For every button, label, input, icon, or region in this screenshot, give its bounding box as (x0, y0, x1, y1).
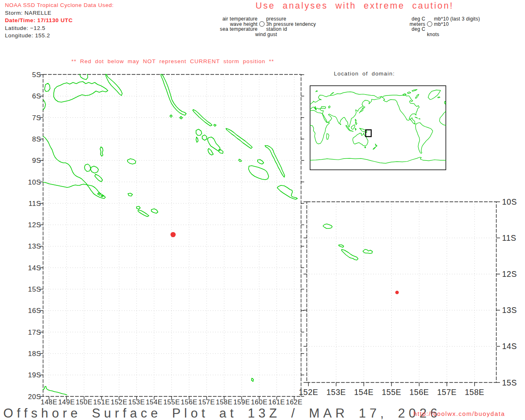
svg-text:156E: 156E (409, 388, 429, 397)
svg-text:19S: 19S (28, 371, 41, 379)
svg-text:15S: 15S (502, 378, 517, 387)
svg-text:148E: 148E (41, 398, 57, 406)
svg-text:155E: 155E (163, 398, 180, 406)
svg-text:155E: 155E (382, 388, 402, 397)
storm-datetime-line: Date/Time: 17/1130 UTC (5, 17, 114, 25)
storm-latitude-line: Latitude: −12.5 (5, 25, 114, 32)
svg-text:11S: 11S (502, 233, 516, 242)
data-source-line: NOAA SSD Tropical Cyclone Data Used: (5, 2, 114, 9)
svg-text:157E: 157E (199, 398, 215, 406)
svg-text:162E: 162E (286, 398, 303, 406)
coastlines (323, 224, 372, 260)
storm-position-dot-main (171, 232, 176, 237)
legend-spacer (259, 16, 265, 22)
svg-text:153E: 153E (128, 398, 145, 406)
axis-labels: 152E153E154E155E156E157E158E10S11S12S13S… (299, 197, 517, 397)
tick-marks (40, 75, 304, 400)
svg-text:18S: 18S (28, 350, 41, 358)
offshore-surface-plot-page: NOAA SSD Tropical Cyclone Data Used: Sto… (0, 0, 525, 420)
svg-text:159E: 159E (233, 398, 250, 406)
unit-knots: knots (421, 32, 445, 37)
svg-text:158E: 158E (216, 398, 233, 406)
world-location-inset (307, 83, 450, 173)
svg-text:13S: 13S (28, 242, 41, 250)
zoom-map-frame (307, 202, 496, 383)
legend-spacer (427, 16, 432, 22)
unit-deg-c-sea: deg C (405, 27, 425, 32)
svg-text:6S: 6S (32, 92, 41, 100)
svg-text:158E: 158E (465, 388, 484, 397)
svg-text:14S: 14S (502, 342, 517, 351)
svg-text:152E: 152E (111, 398, 128, 406)
svg-text:16S: 16S (28, 307, 41, 315)
svg-text:154E: 154E (146, 398, 162, 406)
main-map-canvas: 148E149E150E151E152E153E154E155E156E157E… (23, 68, 306, 408)
unit-pressure: mb*10 (last 3 digits) (434, 16, 480, 22)
svg-text:11S: 11S (29, 200, 41, 208)
units-legend: deg C mb*10 (last 3 digits) meters mb*10… (405, 16, 480, 37)
storm-longitude-line: Longitude: 155.2 (5, 32, 114, 40)
svg-text:10S: 10S (28, 178, 41, 186)
world-map-frame (310, 86, 446, 170)
svg-text:12S: 12S (502, 269, 517, 278)
svg-text:161E: 161E (268, 398, 285, 406)
station-circle-icon (427, 21, 432, 27)
storm-name-line: Storm: NARELLE (5, 9, 114, 17)
svg-text:151E: 151E (93, 398, 110, 406)
legend-spacer (427, 27, 432, 32)
inset-title: Location of domain: (334, 71, 395, 77)
axis-labels: 148E149E150E151E152E153E154E155E156E157E… (28, 71, 302, 406)
svg-text:154E: 154E (354, 388, 374, 397)
svg-text:153E: 153E (326, 388, 346, 397)
legend-row: wind gust (212, 32, 316, 37)
svg-text:160E: 160E (251, 398, 268, 406)
world-coastlines (310, 89, 446, 163)
station-model-legend: air temperature pressure wave height 3h … (212, 16, 316, 37)
svg-text:7S: 7S (32, 114, 41, 122)
svg-text:17S: 17S (28, 329, 41, 336)
legend-row: sea temperature station id (212, 27, 316, 32)
legend-row: air temperature pressure (212, 16, 316, 22)
svg-text:13S: 13S (502, 306, 517, 315)
plot-title: Offshore Surface Plot at 13Z / MAR 17, 2… (3, 406, 441, 420)
svg-text:9S: 9S (32, 157, 41, 164)
caution-banner: Use analyses with extreme caution! (256, 1, 454, 11)
legend-air-temperature: air temperature (212, 16, 258, 22)
svg-text:156E: 156E (181, 398, 198, 406)
svg-text:150E: 150E (76, 398, 93, 406)
unit-tendency: mb*10 (434, 22, 449, 27)
svg-text:157E: 157E (437, 388, 457, 397)
legend-row: deg C (405, 27, 480, 32)
svg-text:8S: 8S (32, 135, 41, 143)
svg-text:15S: 15S (28, 285, 41, 293)
legend-pressure: pressure (266, 16, 286, 22)
unit-deg-c-air: deg C (405, 16, 425, 22)
legend-row: deg C mb*10 (last 3 digits) (405, 16, 480, 22)
svg-text:12S: 12S (28, 221, 41, 229)
svg-text:10S: 10S (502, 197, 517, 206)
station-circle-icon (259, 21, 265, 27)
legend-sea-temperature: sea temperature (212, 27, 258, 32)
source-url: http://coolwx.com/buoydata (413, 410, 505, 417)
storm-info-block: NOAA SSD Tropical Cyclone Data Used: Sto… (5, 2, 114, 40)
storm-position-dot-zoom (395, 291, 399, 294)
tick-marks (304, 202, 500, 386)
svg-text:20S: 20S (28, 393, 41, 401)
svg-text:152E: 152E (299, 388, 318, 397)
zoomed-domain-map: 152E153E154E155E156E157E158E10S11S12S13S… (301, 197, 525, 400)
legend-wind-gust: wind gust (249, 32, 284, 37)
grid-lines (307, 202, 496, 383)
storm-position-warning: ** Red dot below may NOT represent CURRE… (71, 58, 274, 64)
legend-station-id: station id (266, 27, 287, 32)
legend-row: knots (405, 32, 480, 37)
svg-text:14S: 14S (28, 264, 41, 272)
svg-text:5S: 5S (32, 71, 41, 79)
svg-text:149E: 149E (58, 398, 75, 406)
legend-spacer (259, 27, 265, 32)
